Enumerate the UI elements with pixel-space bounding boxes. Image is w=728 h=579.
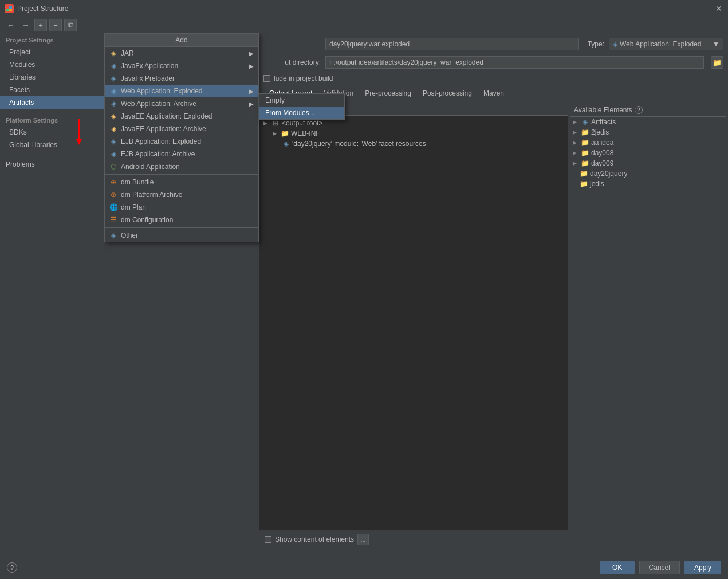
output-area: + − ↓ ↑ ▼ ▶	[259, 101, 728, 530]
title-bar-left: Project Structure	[5, 4, 68, 13]
javafx-app-icon: ◈	[109, 62, 117, 70]
ejb-exploded-icon: ◈	[109, 137, 117, 145]
tree-arrow: ▶	[573, 140, 579, 145]
apply-button[interactable]: Apply	[684, 561, 721, 574]
forward-button[interactable]: →	[19, 19, 32, 31]
cancel-button[interactable]: Cancel	[639, 561, 680, 574]
output-root-icon: ⊞	[271, 119, 280, 127]
submenu-item-empty[interactable]: Empty	[259, 94, 344, 107]
tree-arrow: ▶	[573, 160, 579, 166]
artifact-type-icon: ◈	[581, 118, 589, 126]
other-icon: ◈	[109, 231, 117, 239]
avail-item-label: Artifacts	[591, 118, 616, 126]
type-label: Type:	[588, 40, 604, 48]
sidebar-item-problems[interactable]: Problems	[0, 156, 104, 173]
output-dir-input[interactable]	[325, 56, 704, 69]
close-button[interactable]: ✕	[715, 5, 723, 13]
tree-item-web-inf[interactable]: ▶ 📁 WEB-INF	[261, 128, 565, 139]
avail-item-day20jquery[interactable]: 📁 day20jquery	[570, 168, 726, 179]
sidebar-item-libraries[interactable]: Libraries	[0, 71, 104, 84]
add-menu-label: Web Application: Exploded	[121, 87, 203, 95]
folder-icon: 📁	[581, 159, 589, 167]
artifact-name-input[interactable]	[325, 38, 579, 50]
available-elements-header: Available Elements ?	[570, 104, 726, 117]
ok-button[interactable]: OK	[600, 561, 635, 574]
add-menu-label: JavaFx Application	[121, 62, 178, 70]
tab-preprocessing[interactable]: Pre-processing	[359, 87, 417, 101]
avail-item-day009[interactable]: ▶ 📁 day009	[570, 158, 726, 168]
submenu-item-from-modules[interactable]: From Modules...	[259, 107, 344, 119]
add-menu-item-ejb-archive[interactable]: ◈ EJB Application: Archive	[105, 148, 258, 160]
back-button[interactable]: ←	[5, 19, 17, 31]
add-menu-item-android[interactable]: ⬡ Android Application	[105, 160, 258, 173]
browse-output-dir-button[interactable]: 📁	[711, 56, 723, 69]
sidebar-item-label: Artifacts	[9, 99, 34, 107]
avail-item-aa-idea[interactable]: ▶ 📁 aa idea	[570, 137, 726, 148]
arrow-icon: ▶	[249, 88, 254, 94]
red-arrow-indicator	[73, 113, 108, 148]
tab-maven[interactable]: Maven	[478, 87, 510, 101]
sidebar-item-project[interactable]: Project	[0, 46, 104, 58]
show-content-checkbox[interactable]	[265, 536, 271, 543]
tree-arrow: ▶	[573, 129, 579, 135]
window-title: Project Structure	[17, 5, 68, 13]
avail-item-label: day009	[591, 159, 613, 167]
avail-item-jedis[interactable]: 📁 jedis	[570, 179, 726, 189]
add-menu-label: EJB Application: Archive	[121, 150, 195, 158]
avail-item-label: jedis	[590, 180, 604, 188]
output-left-container: + − ↓ ↑ ▼ ▶	[259, 101, 568, 530]
add-menu-item-javafx-app[interactable]: ◈ JavaFx Application ▶	[105, 60, 258, 72]
tab-postprocessing[interactable]: Post-processing	[417, 87, 478, 101]
tree-arrow: ▶	[273, 131, 278, 136]
menu-separator2	[105, 227, 258, 228]
type-value: Web Application: Exploded	[620, 40, 702, 48]
scrollbar-area[interactable]	[259, 549, 728, 556]
add-menu-label: JavaFx Preloader	[121, 74, 175, 82]
add-menu-label: dm Plan	[121, 203, 146, 211]
add-menu-item-javafx-preloader[interactable]: ◈ JavaFx Preloader	[105, 72, 258, 85]
add-menu-item-ejb-exploded[interactable]: ◈ EJB Application: Exploded	[105, 135, 258, 148]
add-button[interactable]: +	[34, 19, 47, 31]
add-menu-item-dm-config[interactable]: ☰ dm Configuration	[105, 214, 258, 226]
add-menu-item-dm-platform[interactable]: ⊕ dm Platform Archive	[105, 188, 258, 201]
avail-item-2jedis[interactable]: ▶ 📁 2jedis	[570, 127, 726, 137]
bottom-bar: Show content of elements ...	[259, 530, 728, 549]
add-menu-item-javaee-exploded[interactable]: ◈ JavaEE Application: Exploded	[105, 110, 258, 123]
android-icon: ⬡	[109, 163, 117, 171]
help-icon: ?	[635, 106, 643, 114]
footer: ? OK Cancel Apply	[0, 556, 728, 579]
right-panel: Add ◈ JAR ▶ ◈ JavaFx Application ▶ ◈ Jav…	[104, 33, 728, 556]
add-menu-item-dm-bundle[interactable]: ⊕ dm Bundle	[105, 176, 258, 188]
javafx-preloader-icon: ◈	[109, 74, 117, 82]
sidebar-item-label: Modules	[9, 61, 35, 69]
output-dir-row: ut directory: 📁	[265, 54, 728, 71]
arrow-icon: ▶	[249, 63, 254, 69]
add-menu-item-dm-plan[interactable]: 🌐 dm Plan	[105, 201, 258, 214]
add-menu-item-web-exploded[interactable]: ◈ Web Application: Exploded ▶	[105, 85, 258, 97]
folder-icon: 📁	[581, 139, 589, 147]
avail-item-day008[interactable]: ▶ 📁 day008	[570, 148, 726, 158]
avail-item-artifacts[interactable]: ▶ ◈ Artifacts	[570, 117, 726, 127]
submenu-web-exploded: Empty From Modules...	[259, 93, 345, 120]
help-button[interactable]: ?	[7, 562, 17, 573]
sidebar-item-artifacts[interactable]: Artifacts	[0, 96, 104, 109]
svg-rect-0	[6, 6, 9, 9]
add-menu-item-web-archive[interactable]: ◈ Web Application: Archive ▶	[105, 97, 258, 110]
sidebar-divider	[0, 109, 104, 113]
dm-bundle-icon: ⊕	[109, 178, 117, 186]
add-menu-item-jar[interactable]: ◈ JAR ▶	[105, 47, 258, 60]
javaee-archive-icon: ◈	[109, 125, 117, 133]
include-in-build-checkbox[interactable]	[263, 75, 270, 82]
add-menu-item-other[interactable]: ◈ Other	[105, 229, 258, 242]
tree-item-module-desc[interactable]: ◈ 'day20jquery' module: 'Web' facet reso…	[261, 139, 565, 149]
sidebar-item-label: SDKs	[9, 128, 27, 136]
add-menu-item-javaee-archive[interactable]: ◈ JavaEE Application: Archive	[105, 123, 258, 135]
remove-button[interactable]: −	[49, 19, 62, 31]
more-options-button[interactable]: ...	[357, 534, 369, 545]
web-exploded-icon: ◈	[109, 87, 117, 95]
copy-button[interactable]: ⧉	[64, 19, 77, 31]
sidebar-item-modules[interactable]: Modules	[0, 58, 104, 71]
sidebar-item-facets[interactable]: Facets	[0, 84, 104, 96]
type-dropdown[interactable]: ◈ Web Application: Exploded ▼	[609, 38, 723, 50]
folder-icon: 📁	[581, 149, 589, 157]
